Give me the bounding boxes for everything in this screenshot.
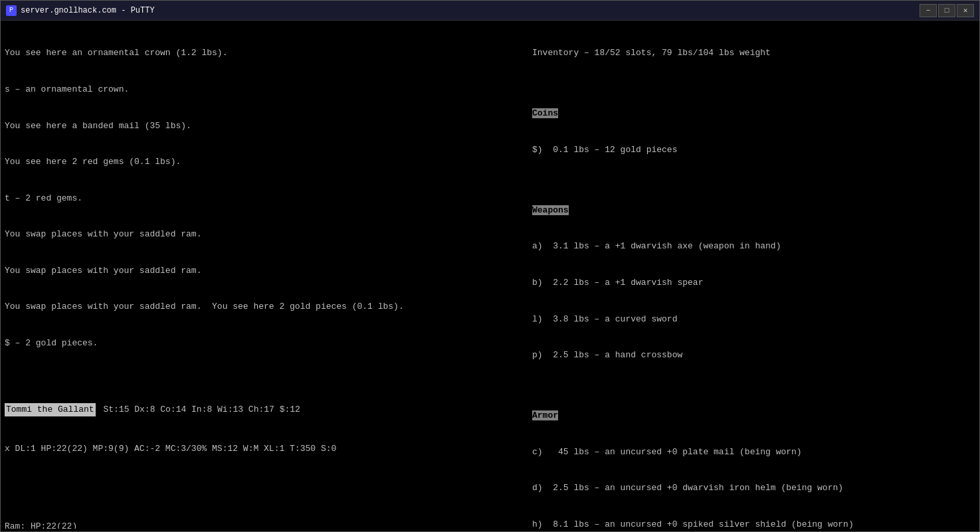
main-split: You see here an ornamental crown (1.2 lb… [5,23,975,529]
inv-item: a) 3.1 lbs – a +1 dwarvish axe (weapon i… [532,240,975,252]
window-title: server.gnollhack.com - PuTTY [21,6,920,15]
inventory-area: Inventory – 18/52 slots, 79 lbs/104 lbs … [532,23,975,529]
log-line: s – an ornamental crown. [5,84,527,96]
log-line: You see here 2 red gems (0.1 lbs). [5,156,527,168]
status-line3 [5,481,527,494]
right-panel: Inventory – 18/52 slots, 79 lbs/104 lbs … [530,23,975,529]
inv-item: c) 45 lbs – an uncursed +0 plate mail (b… [532,446,975,458]
inv-item: h) 8.1 lbs – an uncursed +0 spiked silve… [532,519,975,529]
inv-item: d) 2.5 lbs – an uncursed +0 dwarvish iro… [532,482,975,494]
category-label-coins: Coins [532,108,558,118]
category-coins: Coins [532,108,975,120]
title-bar-buttons: − □ ✕ [920,4,974,17]
inv-item: b) 2.2 lbs – a +1 dwarvish spear [532,277,975,289]
title-bar: P server.gnollhack.com - PuTTY − □ ✕ [1,1,979,21]
window-frame: P server.gnollhack.com - PuTTY − □ ✕ You… [0,0,980,532]
log-line: You swap places with your saddled ram. [5,228,527,240]
log-line: You see here an ornamental crown (1.2 lb… [5,47,527,59]
status-line2: x DL:1 HP:22(22) MP:9(9) AC:-2 MC:3/30% … [5,442,527,456]
log-line: You see here a banded mail (35 lbs). [5,120,527,132]
maximize-button[interactable]: □ [938,4,955,17]
log-area: You see here an ornamental crown (1.2 lb… [5,23,527,373]
log-line: $ – 2 gold pieces. [5,337,527,349]
category-label-weapons: Weapons [532,205,569,215]
status-line1: Tommi the Gallant St:15 Dx:8 Co:14 In:8 … [5,403,527,416]
left-panel: You see here an ornamental crown (1.2 lb… [5,23,530,529]
status-stats: St:15 Dx:8 Co:14 In:8 Wi:13 Ch:17 $:12 [98,403,300,416]
inv-item: $) 0.1 lbs – 12 gold pieces [532,144,975,156]
category-armor: Armor [532,410,975,422]
inv-item: l) 3.8 lbs – a curved sword [532,313,975,325]
content-area: You see here an ornamental crown (1.2 lb… [1,21,979,531]
inv-item: p) 2.5 lbs – a hand crossbow [532,349,975,361]
close-button[interactable]: ✕ [957,4,974,17]
character-name: Tommi the Gallant [5,403,96,416]
inventory-header: Inventory – 18/52 slots, 79 lbs/104 lbs … [532,47,975,59]
minimize-button[interactable]: − [920,4,937,17]
ram-status: Ram: HP:22(22) [5,520,527,529]
status-bar: Tommi the Gallant St:15 Dx:8 Co:14 In:8 … [5,377,527,529]
log-line: You swap places with your saddled ram. Y… [5,301,527,313]
app-icon: P [6,5,17,16]
category-label-armor: Armor [532,410,558,420]
log-line: You swap places with your saddled ram. [5,265,527,277]
category-weapons: Weapons [532,205,975,217]
log-line: t – 2 red gems. [5,193,527,205]
